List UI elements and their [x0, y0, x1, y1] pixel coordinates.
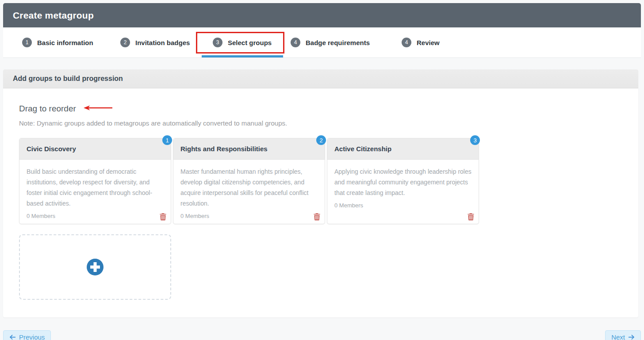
- step-label: Invitation badges: [135, 39, 190, 46]
- step-label: Basic information: [37, 39, 93, 46]
- active-step-underline: [202, 55, 283, 57]
- group-card-body: Master fundamental human rights principl…: [173, 160, 325, 224]
- group-card-rights-and-responsibilities[interactable]: 2 Rights and Responsibilities Master fun…: [173, 138, 325, 224]
- wizard-stepper: 1 Basic information 2 Invitation badges …: [3, 27, 641, 58]
- group-members-count: 0 Members: [180, 213, 318, 219]
- page-title: Create metagroup: [13, 10, 94, 21]
- group-card-civic-discovery[interactable]: 1 Civic Discovery Build basic understand…: [19, 138, 171, 224]
- next-button[interactable]: Next: [605, 330, 641, 340]
- red-arrow-annotation: [83, 105, 114, 113]
- group-description: Master fundamental human rights principl…: [180, 166, 318, 209]
- step-basic-information[interactable]: 1 Basic information: [22, 38, 93, 47]
- step-review[interactable]: 4 Review: [402, 38, 440, 47]
- trash-icon[interactable]: [314, 213, 320, 221]
- drag-to-reorder-title: Drag to reorder: [19, 104, 76, 114]
- next-button-label: Next: [611, 333, 625, 340]
- group-card-active-citizenship[interactable]: 3 Active Citizenship Applying civic know…: [327, 138, 479, 224]
- step-number-circle: 3: [213, 38, 222, 47]
- group-description: Applying civic knowledge through leaders…: [334, 166, 472, 198]
- step-invitation-badges[interactable]: 2 Invitation badges: [120, 38, 190, 47]
- group-card-title: Active Citizenship: [327, 138, 479, 160]
- panel-header: Add groups to build progression: [3, 69, 638, 88]
- arrow-right-icon: [629, 334, 635, 340]
- arrow-left-icon: [9, 334, 15, 340]
- group-card-body: Build basic understanding of democratic …: [19, 160, 171, 224]
- dynamic-groups-note: Note: Dynamic groups added to metagroups…: [19, 119, 622, 127]
- select-groups-panel: Add groups to build progression Drag to …: [3, 69, 638, 317]
- step-number-circle: 4: [402, 38, 411, 47]
- drag-to-reorder-row: Drag to reorder: [19, 104, 622, 114]
- trash-icon[interactable]: [468, 213, 474, 221]
- step-label: Badge requirements: [306, 39, 370, 46]
- wizard-header: Create metagroup: [3, 3, 641, 27]
- trash-icon[interactable]: [160, 213, 166, 221]
- step-number-circle: 4: [291, 38, 300, 47]
- previous-button-label: Previous: [19, 333, 45, 340]
- panel-title: Add groups to build progression: [13, 75, 123, 83]
- group-cards-row: 1 Civic Discovery Build basic understand…: [19, 138, 622, 224]
- panel-body: Drag to reorder Note: Dynamic groups add…: [3, 88, 638, 317]
- step-number-circle: 2: [120, 38, 130, 47]
- group-members-count: 0 Members: [334, 202, 472, 209]
- group-card-body: Applying civic knowledge through leaders…: [327, 160, 479, 219]
- step-select-groups[interactable]: 3 Select groups: [213, 38, 272, 47]
- add-group-dropzone[interactable]: [19, 234, 171, 300]
- order-badge: 3: [470, 135, 480, 145]
- group-description: Build basic understanding of democratic …: [27, 166, 164, 209]
- order-badge: 2: [316, 135, 326, 145]
- plus-circle-icon[interactable]: [86, 258, 104, 276]
- step-badge-requirements[interactable]: 4 Badge requirements: [291, 38, 370, 47]
- step-label: Select groups: [228, 39, 272, 46]
- step-number-circle: 1: [22, 38, 32, 47]
- group-card-title: Civic Discovery: [19, 138, 171, 160]
- group-card-title: Rights and Responsibilities: [173, 138, 325, 160]
- group-members-count: 0 Members: [27, 213, 164, 219]
- order-badge: 1: [162, 135, 172, 145]
- wizard-footer: Previous Next: [3, 330, 641, 340]
- step-label: Review: [417, 39, 440, 46]
- previous-button[interactable]: Previous: [3, 330, 51, 340]
